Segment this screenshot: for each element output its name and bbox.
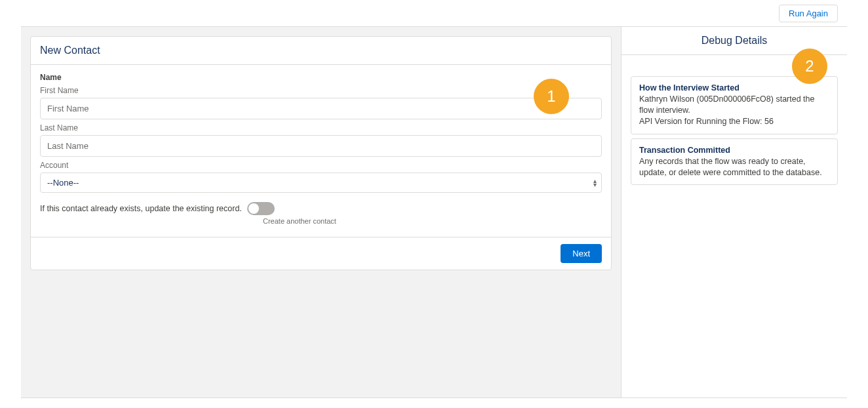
- next-button[interactable]: Next: [561, 244, 602, 263]
- debug-card-title: Transaction Committed: [639, 146, 829, 155]
- debug-card-line: API Version for Running the Flow: 56: [639, 116, 829, 127]
- left-pane: New Contact Name First Name Last Name Ac…: [21, 27, 621, 398]
- last-name-label: Last Name: [40, 123, 602, 133]
- toggle-knob: [248, 203, 259, 214]
- annotation-marker-1: 1: [534, 79, 569, 114]
- debug-card-line: Kathryn Wilson (005Dn000006FcO8) started…: [639, 94, 829, 116]
- update-existing-toggle[interactable]: [247, 202, 275, 215]
- update-existing-text: If this contact already exists, update t…: [40, 204, 242, 213]
- debug-card-transaction: Transaction Committed Any records that t…: [631, 138, 838, 186]
- debug-card-title: How the Interview Started: [639, 83, 829, 92]
- run-again-button[interactable]: Run Again: [779, 5, 838, 22]
- first-name-label: First Name: [40, 86, 602, 95]
- debug-card-line: Any records that the flow was ready to c…: [639, 156, 829, 178]
- annotation-marker-2: 2: [792, 49, 827, 84]
- top-bar: Run Again: [0, 0, 868, 26]
- new-contact-card: New Contact Name First Name Last Name Ac…: [30, 36, 612, 270]
- last-name-input[interactable]: [40, 135, 602, 157]
- create-another-caption: Create another contact: [263, 217, 602, 225]
- card-title: New Contact: [31, 37, 611, 65]
- account-select[interactable]: --None--: [40, 173, 602, 193]
- section-name-label: Name: [40, 73, 602, 82]
- account-label: Account: [40, 161, 602, 170]
- first-name-input[interactable]: [40, 98, 602, 119]
- debug-card-interview: How the Interview Started Kathryn Wilson…: [631, 76, 838, 134]
